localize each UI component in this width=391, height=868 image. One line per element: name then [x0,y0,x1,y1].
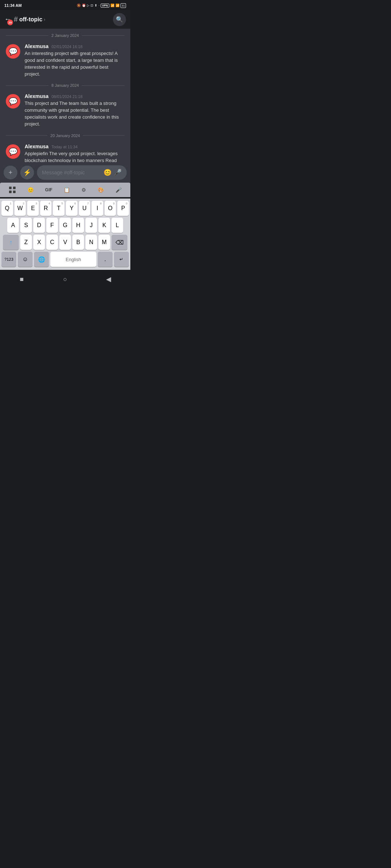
message-content: Alexmusa 08/01/2024 21:18 This project a… [25,93,125,127]
date-divider-1: 2 January 2024 [0,29,130,42]
key-b[interactable]: B [72,235,84,250]
notification-badge: 29 [7,20,13,25]
plus-icon: + [9,169,13,176]
space-key[interactable]: English [50,252,96,267]
recents-button[interactable]: ■ [15,273,28,286]
avatar: 💬 [6,144,20,159]
clipboard-button[interactable]: 📋 [62,186,72,194]
discord-icon: 💬 [9,47,18,56]
chevron-icon: › [44,17,45,22]
message-content: Alexmusa Today at 11:34 Applepiefin The … [25,144,125,162]
key-z[interactable]: Z [20,235,32,250]
timestamp: Today at 11:34 [51,145,77,149]
key-e[interactable]: E3 [27,201,39,216]
key-i[interactable]: I8 [92,201,103,216]
enter-key[interactable]: ↵ [114,252,129,267]
mic-icon[interactable]: 🎤 [114,169,122,176]
settings-button[interactable]: ⚙ [79,186,88,194]
play-icon: ▷ [87,4,89,7]
microphone-icon: 🎤 [115,187,122,193]
circle-icon: ○ [63,276,67,283]
emoji-key[interactable]: ☺ [18,252,33,267]
key-t[interactable]: T5 [53,201,64,216]
date-divider-3: 20 January 2024 [0,129,130,142]
globe-key[interactable]: 🌐 [34,252,49,267]
message-input[interactable]: Message #off-topic 😊 🎤 [37,165,127,180]
shift-key[interactable]: ↑ [3,235,19,250]
key-u[interactable]: U7 [79,201,91,216]
back-button[interactable]: ← 29 [4,16,11,23]
key-k[interactable]: K [98,218,110,233]
symbols-key[interactable]: ?123 [1,252,16,267]
back-nav-icon: ◀ [106,275,111,283]
voice-button[interactable]: 🎤 [113,186,124,194]
key-y[interactable]: Y6 [66,201,77,216]
hash-icon: # [14,15,18,24]
key-s[interactable]: S [20,218,32,233]
key-j[interactable]: J [85,218,97,233]
date-label-1: 2 January 2024 [51,33,79,38]
keyboard[interactable]: Q1 W2 E3 R4 T5 Y6 U7 I8 O9 P0 A S D F G … [0,199,130,270]
period-key[interactable]: . [98,252,113,267]
palette-icon: 🎨 [98,187,104,193]
key-m[interactable]: M [98,235,110,250]
message-row: 💬 Alexmusa 02/01/2024 16:18 An interesti… [0,42,130,79]
sticker-button[interactable]: 😊 [25,186,36,194]
backspace-key[interactable]: ⌫ [112,235,127,250]
key-h[interactable]: H [72,218,84,233]
channel-info: # off-topic › [14,15,113,24]
message-header: Alexmusa Today at 11:34 [25,144,125,149]
keys-row-bottom: ?123 ☺ 🌐 English . ↵ [1,252,129,267]
key-l[interactable]: L [112,218,123,233]
bolt-button[interactable]: ⚡ [20,166,34,179]
svg-rect-3 [13,191,16,193]
alarm-icon: ⏰ [82,4,86,7]
discord-icon: 💬 [9,97,18,106]
add-button[interactable]: + [4,166,17,179]
key-w[interactable]: W2 [14,201,26,216]
square-icon: ■ [20,276,24,283]
status-icons: 🔕 ⏰ ▷ ⊡ ⬆ · VPN 📶 📶 31 [77,3,126,8]
message-header: Alexmusa 02/01/2024 16:18 [25,43,125,49]
gif-button[interactable]: GIF [43,186,55,194]
key-p[interactable]: P0 [117,201,129,216]
dot-icon: · [98,4,100,7]
username: Alexmusa [25,43,49,49]
key-f[interactable]: F [46,218,58,233]
home-button[interactable]: ○ [59,273,72,286]
theme-button[interactable]: 🎨 [96,186,106,194]
key-a[interactable]: A [7,218,19,233]
key-o[interactable]: O9 [105,201,116,216]
key-g[interactable]: G [59,218,71,233]
search-button[interactable]: 🔍 [113,13,126,26]
keyboard-toolbar: 😊 GIF 📋 ⚙ 🎨 🎤 [0,183,130,197]
date-divider-2: 8 January 2024 [0,79,130,92]
key-d[interactable]: D [33,218,45,233]
date-label-2: 8 January 2024 [51,83,79,88]
timestamp: 02/01/2024 16:18 [51,44,83,49]
key-q[interactable]: Q1 [1,201,13,216]
back-nav-button[interactable]: ◀ [102,273,115,286]
gear-icon: ⚙ [81,187,86,193]
timestamp: 08/01/2024 21:18 [51,94,83,99]
keyboard-grid-button[interactable] [7,185,18,195]
input-placeholder: Message #off-topic [42,170,85,175]
keys-row-3: ↑ Z X C V B N M ⌫ [1,235,129,250]
key-c[interactable]: C [46,235,58,250]
channel-header: ← 29 # off-topic › 🔍 [0,10,130,29]
message-text: This project and The team has built a st… [25,100,125,127]
channel-name[interactable]: off-topic [19,16,42,23]
gif-label: GIF [45,187,52,192]
upload-icon: ⬆ [94,4,97,7]
key-v[interactable]: V [59,235,71,250]
username: Alexmusa [25,144,49,149]
message-row: 💬 Alexmusa 08/01/2024 21:18 This project… [0,92,130,129]
battery-icon: 31 [121,3,126,8]
message-header: Alexmusa 08/01/2024 21:18 [25,93,125,99]
key-r[interactable]: R4 [40,201,52,216]
key-x[interactable]: X [33,235,45,250]
keys-row-2: A S D F G H J K L [1,218,129,233]
key-n[interactable]: N [85,235,97,250]
emoji-icon[interactable]: 😊 [104,169,112,176]
svg-rect-2 [9,191,12,193]
